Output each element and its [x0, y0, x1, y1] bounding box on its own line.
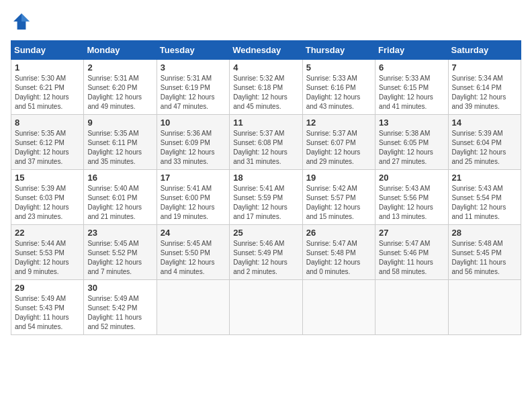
calendar-week-1: 1Sunrise: 5:30 AM Sunset: 6:21 PM Daylig… [11, 60, 521, 115]
day-number: 30 [87, 283, 152, 293]
calendar-cell: 15Sunrise: 5:39 AM Sunset: 6:03 PM Dayli… [11, 170, 84, 225]
day-info: Sunrise: 5:43 AM Sunset: 5:56 PM Dayligh… [379, 184, 444, 222]
day-number: 12 [306, 118, 371, 128]
day-info: Sunrise: 5:35 AM Sunset: 6:12 PM Dayligh… [15, 129, 80, 167]
day-info: Sunrise: 5:40 AM Sunset: 6:01 PM Dayligh… [87, 184, 152, 222]
calendar-cell: 21Sunrise: 5:43 AM Sunset: 5:54 PM Dayli… [448, 170, 521, 225]
calendar-cell: 3Sunrise: 5:31 AM Sunset: 6:19 PM Daylig… [157, 60, 229, 115]
day-number: 9 [87, 118, 152, 128]
day-number: 5 [306, 62, 371, 73]
calendar-cell: 12Sunrise: 5:37 AM Sunset: 6:07 PM Dayli… [302, 115, 375, 170]
day-number: 25 [233, 228, 298, 238]
calendar-cell: 29Sunrise: 5:49 AM Sunset: 5:43 PM Dayli… [11, 280, 84, 335]
day-info: Sunrise: 5:42 AM Sunset: 5:57 PM Dayligh… [306, 184, 371, 222]
day-info: Sunrise: 5:36 AM Sunset: 6:09 PM Dayligh… [161, 129, 226, 167]
day-info: Sunrise: 5:49 AM Sunset: 5:42 PM Dayligh… [87, 294, 152, 332]
day-number: 17 [161, 173, 226, 183]
day-info: Sunrise: 5:34 AM Sunset: 6:14 PM Dayligh… [452, 74, 517, 111]
day-header-saturday: Saturday [448, 41, 521, 60]
day-number: 19 [306, 173, 371, 183]
logo [11, 11, 35, 32]
page-header [11, 11, 521, 32]
day-info: Sunrise: 5:35 AM Sunset: 6:11 PM Dayligh… [87, 129, 152, 167]
calendar-cell: 25Sunrise: 5:46 AM Sunset: 5:49 PM Dayli… [230, 225, 302, 280]
day-number: 22 [15, 228, 80, 238]
calendar-cell: 10Sunrise: 5:36 AM Sunset: 6:09 PM Dayli… [157, 115, 229, 170]
calendar-header-row: SundayMondayTuesdayWednesdayThursdayFrid… [11, 41, 521, 60]
day-number: 7 [452, 62, 517, 73]
day-info: Sunrise: 5:37 AM Sunset: 6:08 PM Dayligh… [233, 129, 298, 167]
calendar-cell [375, 280, 448, 335]
day-number: 26 [306, 228, 371, 238]
logo-icon [11, 11, 32, 32]
day-number: 10 [161, 118, 226, 128]
calendar-cell: 17Sunrise: 5:41 AM Sunset: 6:00 PM Dayli… [157, 170, 229, 225]
day-number: 27 [379, 228, 444, 238]
day-number: 8 [15, 118, 80, 128]
calendar-cell: 13Sunrise: 5:38 AM Sunset: 6:05 PM Dayli… [375, 115, 448, 170]
day-info: Sunrise: 5:30 AM Sunset: 6:21 PM Dayligh… [15, 74, 80, 111]
day-header-friday: Friday [375, 41, 448, 60]
day-info: Sunrise: 5:41 AM Sunset: 5:59 PM Dayligh… [233, 184, 298, 222]
day-info: Sunrise: 5:33 AM Sunset: 6:15 PM Dayligh… [379, 74, 444, 111]
calendar-week-2: 8Sunrise: 5:35 AM Sunset: 6:12 PM Daylig… [11, 115, 521, 170]
calendar-body: 1Sunrise: 5:30 AM Sunset: 6:21 PM Daylig… [11, 60, 521, 335]
day-header-wednesday: Wednesday [230, 41, 302, 60]
day-info: Sunrise: 5:39 AM Sunset: 6:04 PM Dayligh… [452, 129, 517, 167]
day-info: Sunrise: 5:46 AM Sunset: 5:49 PM Dayligh… [233, 239, 298, 277]
day-info: Sunrise: 5:49 AM Sunset: 5:43 PM Dayligh… [15, 294, 80, 332]
day-header-tuesday: Tuesday [157, 41, 229, 60]
calendar-cell [302, 280, 375, 335]
day-number: 29 [15, 283, 80, 293]
day-info: Sunrise: 5:45 AM Sunset: 5:50 PM Dayligh… [161, 239, 226, 277]
calendar-cell: 8Sunrise: 5:35 AM Sunset: 6:12 PM Daylig… [11, 115, 84, 170]
day-number: 24 [161, 228, 226, 238]
day-number: 23 [87, 228, 152, 238]
day-info: Sunrise: 5:47 AM Sunset: 5:46 PM Dayligh… [379, 239, 444, 277]
day-number: 2 [87, 62, 152, 73]
day-number: 20 [379, 173, 444, 183]
day-number: 6 [379, 62, 444, 73]
day-number: 21 [452, 173, 517, 183]
day-number: 1 [15, 62, 80, 73]
calendar-cell: 30Sunrise: 5:49 AM Sunset: 5:42 PM Dayli… [84, 280, 157, 335]
day-number: 4 [233, 62, 298, 73]
day-header-sunday: Sunday [11, 41, 84, 60]
calendar-cell: 19Sunrise: 5:42 AM Sunset: 5:57 PM Dayli… [302, 170, 375, 225]
calendar-cell [157, 280, 229, 335]
day-number: 16 [87, 173, 152, 183]
day-number: 18 [233, 173, 298, 183]
calendar-cell: 24Sunrise: 5:45 AM Sunset: 5:50 PM Dayli… [157, 225, 229, 280]
day-info: Sunrise: 5:44 AM Sunset: 5:53 PM Dayligh… [15, 239, 80, 277]
calendar-cell: 27Sunrise: 5:47 AM Sunset: 5:46 PM Dayli… [375, 225, 448, 280]
calendar-cell: 18Sunrise: 5:41 AM Sunset: 5:59 PM Dayli… [230, 170, 302, 225]
day-number: 11 [233, 118, 298, 128]
calendar-cell [230, 280, 302, 335]
calendar-cell: 28Sunrise: 5:48 AM Sunset: 5:45 PM Dayli… [448, 225, 521, 280]
day-info: Sunrise: 5:38 AM Sunset: 6:05 PM Dayligh… [379, 129, 444, 167]
calendar-cell: 23Sunrise: 5:45 AM Sunset: 5:52 PM Dayli… [84, 225, 157, 280]
calendar-week-3: 15Sunrise: 5:39 AM Sunset: 6:03 PM Dayli… [11, 170, 521, 225]
day-info: Sunrise: 5:39 AM Sunset: 6:03 PM Dayligh… [15, 184, 80, 222]
day-number: 3 [161, 62, 226, 73]
calendar-cell: 7Sunrise: 5:34 AM Sunset: 6:14 PM Daylig… [448, 60, 521, 115]
day-info: Sunrise: 5:47 AM Sunset: 5:48 PM Dayligh… [306, 239, 371, 277]
calendar-cell: 4Sunrise: 5:32 AM Sunset: 6:18 PM Daylig… [230, 60, 302, 115]
calendar-cell: 9Sunrise: 5:35 AM Sunset: 6:11 PM Daylig… [84, 115, 157, 170]
calendar-week-4: 22Sunrise: 5:44 AM Sunset: 5:53 PM Dayli… [11, 225, 521, 280]
day-info: Sunrise: 5:32 AM Sunset: 6:18 PM Dayligh… [233, 74, 298, 111]
calendar-cell [448, 280, 521, 335]
day-info: Sunrise: 5:33 AM Sunset: 6:16 PM Dayligh… [306, 74, 371, 111]
day-info: Sunrise: 5:31 AM Sunset: 6:19 PM Dayligh… [161, 74, 226, 111]
calendar-cell: 5Sunrise: 5:33 AM Sunset: 6:16 PM Daylig… [302, 60, 375, 115]
svg-marker-1 [21, 13, 30, 21]
day-number: 13 [379, 118, 444, 128]
calendar-cell: 20Sunrise: 5:43 AM Sunset: 5:56 PM Dayli… [375, 170, 448, 225]
day-number: 28 [452, 228, 517, 238]
day-info: Sunrise: 5:37 AM Sunset: 6:07 PM Dayligh… [306, 129, 371, 167]
calendar-cell: 11Sunrise: 5:37 AM Sunset: 6:08 PM Dayli… [230, 115, 302, 170]
day-header-thursday: Thursday [302, 41, 375, 60]
calendar-cell: 6Sunrise: 5:33 AM Sunset: 6:15 PM Daylig… [375, 60, 448, 115]
calendar-cell: 22Sunrise: 5:44 AM Sunset: 5:53 PM Dayli… [11, 225, 84, 280]
calendar-cell: 2Sunrise: 5:31 AM Sunset: 6:20 PM Daylig… [84, 60, 157, 115]
